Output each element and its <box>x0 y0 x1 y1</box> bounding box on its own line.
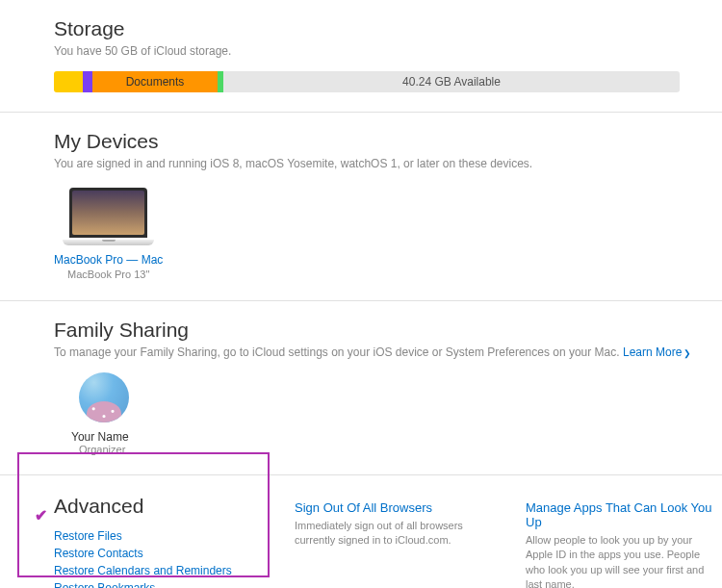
storage-seg-available: 40.24 GB Available <box>223 71 680 92</box>
restore-contacts-link[interactable]: Restore Contacts <box>54 545 256 562</box>
storage-seg-photos <box>54 71 83 92</box>
devices-title: My Devices <box>54 130 722 153</box>
storage-title: Storage <box>54 17 722 40</box>
signout-desc: Immediately sign out of all browsers cur… <box>295 519 487 549</box>
advanced-column: Advanced Restore Files Restore Contacts … <box>54 495 256 588</box>
device-name: MacBook Pro — Mac <box>54 253 163 267</box>
storage-bar[interactable]: Documents 40.24 GB Available <box>54 71 680 92</box>
family-subtitle-text: To manage your Family Sharing, go to iCl… <box>54 345 623 359</box>
restore-files-link[interactable]: Restore Files <box>54 527 256 545</box>
manage-apps-link[interactable]: Manage Apps That Can Look You Up <box>526 500 718 529</box>
storage-seg-other <box>83 71 92 92</box>
family-title: Family Sharing <box>54 319 722 342</box>
devices-section: My Devices You are signed in and running… <box>0 113 722 301</box>
manage-column: Manage Apps That Can Look You Up Allow p… <box>526 495 718 588</box>
storage-section: Storage You have 50 GB of iCloud storage… <box>0 0 722 113</box>
family-section: Family Sharing To manage your Family Sha… <box>0 301 722 475</box>
chevron-right-icon: ❯ <box>683 348 691 358</box>
family-subtitle: To manage your Family Sharing, go to iCl… <box>54 345 722 359</box>
storage-subtitle: You have 50 GB of iCloud storage. <box>54 44 722 58</box>
device-model: MacBook Pro 13" <box>54 268 163 280</box>
bottom-row: Advanced Restore Files Restore Contacts … <box>0 475 722 588</box>
family-member-role: Organizer <box>79 444 722 455</box>
signout-link[interactable]: Sign Out Of All Browsers <box>295 500 487 515</box>
avatar[interactable] <box>79 372 129 422</box>
restore-calendars-link[interactable]: Restore Calendars and Reminders <box>54 562 256 579</box>
restore-bookmarks-link[interactable]: Restore Bookmarks <box>54 579 256 588</box>
manage-apps-desc: Allow people to look you up by your Appl… <box>526 533 718 588</box>
family-member-name: Your Name <box>71 430 722 444</box>
learn-more-link[interactable]: Learn More❯ <box>623 345 691 359</box>
signout-column: Sign Out Of All Browsers Immediately sig… <box>295 495 487 588</box>
advanced-title: Advanced <box>54 495 256 518</box>
device-item[interactable]: MacBook Pro — Mac MacBook Pro 13" <box>54 188 163 280</box>
storage-seg-documents: Documents <box>92 71 218 92</box>
devices-subtitle: You are signed in and running iOS 8, mac… <box>54 157 722 170</box>
restore-links: Restore Files Restore Contacts Restore C… <box>54 527 256 588</box>
macbook-icon <box>63 188 154 245</box>
